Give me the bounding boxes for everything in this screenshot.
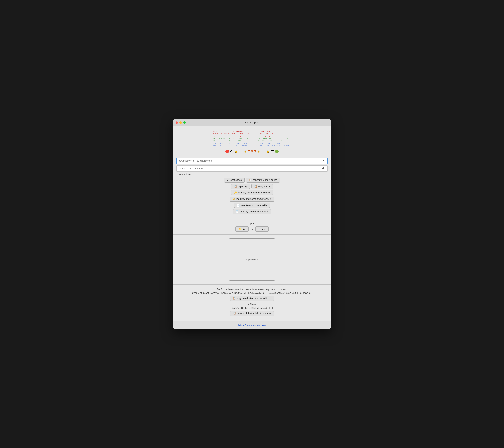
ascii-line-2: +:+:+: +:+ +:+ +:+ +:+ :+: :+: :+: :+: :…: [213, 133, 291, 135]
ascii-line-3: +:+ +:+ +:+ +:+ +:+ +:+ +:+ +:+ +:+ +:+ …: [213, 135, 291, 138]
key-eye-icon[interactable]: 👁: [322, 159, 325, 163]
copy-key-button[interactable]: 📋 copy key: [231, 184, 250, 189]
lock-icon-1: 🔒: [234, 150, 238, 153]
row-save-file: 📄 save key and nonce to file: [234, 203, 270, 208]
eye-icon-2[interactable]: 👁: [271, 150, 274, 153]
copy-nonce-icon: 📋: [254, 185, 257, 188]
nonce-input[interactable]: [179, 167, 322, 170]
cipher-label: cipher: [179, 222, 325, 224]
drop-text: drop file here: [245, 258, 259, 261]
nonce-eye-icon[interactable]: 👁: [322, 167, 325, 170]
key-input-row: 👁: [176, 157, 328, 164]
lock-actions-label: lock actions: [179, 173, 191, 176]
toggle-chevron: ∨: [176, 173, 178, 176]
copy-monero-icon: 📋: [233, 297, 236, 300]
lock-actions-toggle[interactable]: ∨ lock actions: [176, 173, 328, 176]
unlock-icon: 🔓: [266, 150, 270, 153]
copy-key-icon: 📋: [234, 185, 237, 188]
monero-address: 87G8nLBPdwAEPycmWWAhUhZC8kUuuFgjX8zEUw1V…: [179, 292, 325, 294]
row-add-keychain: 🔑 add key and nonce to keychain: [231, 190, 272, 195]
ascii-line-6: #+# #+# #+# #+# #+# #+# #+# #+# ~(m.m): [213, 142, 291, 145]
nonce-input-row: 👁: [176, 165, 328, 172]
bitcoin-address: 3AhSZUecGQDk97iCGtUtCq3kqCdndsZEF1: [179, 307, 325, 309]
text-button[interactable]: ☰ text: [255, 226, 269, 232]
icon-bar: 🔴 👁 🔒 ...!🔒 CIPHER 🔒!... 🔓 👁 🟢: [179, 150, 325, 153]
file-icon: 📁: [238, 228, 241, 230]
lock-dots-icon: 🔒!...: [257, 150, 266, 153]
key-input[interactable]: [179, 159, 322, 162]
save-icon: 📄: [237, 204, 240, 207]
row-reset-generate: ↺ reset codes 📋 generate random codes: [224, 178, 280, 183]
bottom-bar: https://nuteksecurity.com: [173, 321, 331, 329]
cipher-row: 📁 file or ☰ text: [179, 226, 325, 232]
actions-grid: ↺ reset codes 📋 generate random codes 📋 …: [176, 178, 328, 217]
key-section: 👁 👁 ∨ lock actions ↺ reset codes 📋 gener…: [173, 155, 331, 219]
ascii-line-1: :::: ::: ::: ::: ::::::::: :::::::::::::…: [213, 130, 291, 133]
header-section: :::: ::: ::: ::: ::::::::: :::::::::::::…: [173, 126, 331, 155]
copy-bitcoin-icon: 📋: [233, 312, 236, 315]
ascii-art: :::: ::: ::: ::: ::::::::: :::::::::::::…: [213, 130, 291, 147]
traffic-lights: [176, 121, 186, 124]
copy-bitcoin-button[interactable]: 📋 copy contribution Bitcoin address: [230, 311, 274, 316]
ascii-line-7: ### ## ### ### ########## ### ### ### ##…: [213, 145, 291, 147]
green-icon: 🟢: [275, 150, 279, 153]
keychain-add-icon: 🔑: [234, 191, 237, 194]
load-file-button[interactable]: 📄 load key and nonce from file: [233, 209, 271, 214]
row-load-file: 📄 load key and nonce from file: [233, 209, 271, 214]
maximize-button[interactable]: [183, 121, 186, 124]
close-button[interactable]: [176, 121, 178, 124]
file-button[interactable]: 📁 file: [235, 226, 249, 232]
keychain-load-icon: 🔑: [233, 198, 235, 200]
save-file-button[interactable]: 📄 save key and nonce to file: [234, 203, 270, 208]
dots-lock-icon: ...!🔒: [238, 150, 247, 153]
minimize-button[interactable]: [180, 121, 182, 124]
load-keychain-button[interactable]: 🔑 load key and nonce from keychain: [230, 197, 274, 202]
generate-icon: 📋: [249, 179, 252, 181]
cipher-text: CIPHER: [248, 150, 257, 153]
titlebar: Nutek Cipher: [173, 119, 331, 126]
ascii-line-4: +#+ +#+#+# +#++:+ +#+ +#++:++# +#+ +#++:…: [213, 138, 291, 140]
eye-icon-1[interactable]: 👁: [230, 150, 233, 153]
cipher-section: cipher 📁 file or ☰ text: [173, 219, 331, 234]
reset-codes-button[interactable]: ↺ reset codes: [224, 178, 245, 183]
cipher-or: or: [251, 228, 253, 230]
ascii-line-5: +#+ #+#+ +#+ +#+ +#+ +#+ +#+ +#+ >^<: [213, 140, 291, 142]
bitcoin-text: or Bitcoin:: [179, 303, 325, 306]
window-title: Nutek Cipher: [245, 121, 259, 124]
drop-zone[interactable]: drop file here: [229, 238, 275, 281]
website-link[interactable]: https://nuteksecurity.com: [238, 324, 266, 327]
main-window: Nutek Cipher :::: ::: ::: ::: ::::::::: …: [173, 119, 331, 329]
generate-random-button[interactable]: 📋 generate random codes: [246, 178, 280, 183]
copy-nonce-button[interactable]: 📋 copy nonce: [252, 184, 273, 189]
add-keychain-button[interactable]: 🔑 add key and nonce to keychain: [231, 190, 272, 195]
footer-section: For future development and security awar…: [173, 284, 331, 321]
donation-text: For future development and security awar…: [179, 288, 325, 291]
drop-section: drop file here: [173, 234, 331, 284]
copy-monero-button[interactable]: 📋 copy contribution Monero address: [230, 296, 274, 301]
row-load-keychain: 🔑 load key and nonce from keychain: [230, 197, 274, 202]
text-icon: ☰: [258, 228, 261, 230]
reset-icon: ↺: [227, 179, 229, 181]
load-icon: 📄: [236, 210, 238, 213]
red-icon: 🔴: [225, 150, 229, 153]
row-copy: 📋 copy key 📋 copy nonce: [231, 184, 273, 189]
